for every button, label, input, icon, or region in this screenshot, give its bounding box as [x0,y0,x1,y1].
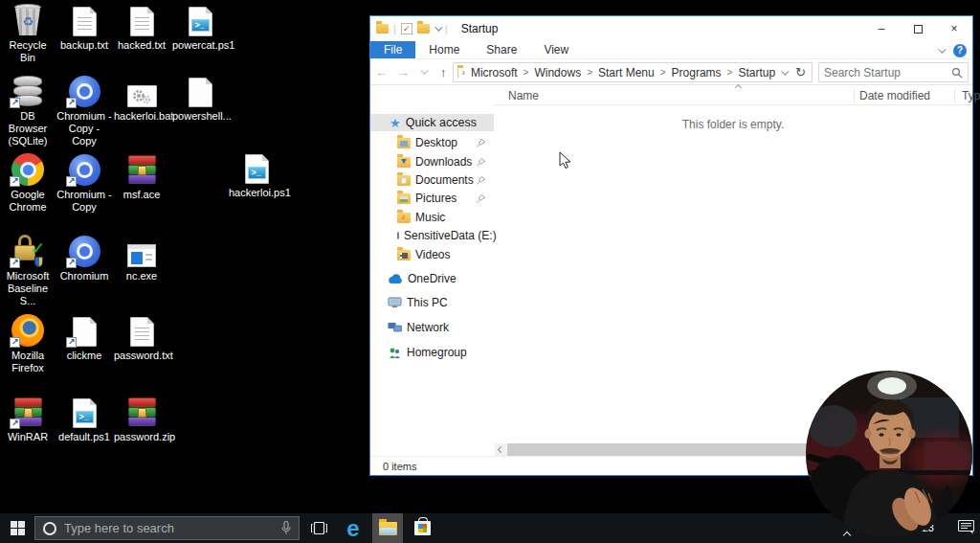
documents-folder-icon [397,175,411,186]
explorer-search[interactable] [818,62,969,82]
empty-folder-message: This folder is empty. [494,118,972,131]
breadcrumb-startup[interactable]: Startup [736,66,777,79]
tab-view[interactable]: View [530,41,582,58]
column-date-modified[interactable]: Date modified [859,89,930,102]
sidebar-item-onedrive[interactable]: OneDrive [370,270,494,287]
breadcrumb-start-menu[interactable]: Start Menu [596,66,657,79]
new-folder-icon[interactable] [417,24,430,34]
desktop-icon-powercat-ps1[interactable]: >_ powercat.ps1 [172,2,228,52]
customize-qat-icon[interactable] [434,23,442,31]
start-button[interactable] [0,513,34,543]
pin-icon[interactable] [477,176,485,185]
desktop-icon-google-chrome[interactable]: ↗ Google Chrome [0,151,56,214]
desktop-icon-msf-ace[interactable]: msf.ace [114,151,169,201]
task-view-icon [311,522,327,534]
properties-icon[interactable]: ✓ [401,23,412,34]
mouse-cursor [559,151,572,170]
refresh-icon[interactable]: ↻ [795,65,806,79]
videos-folder-icon [397,250,411,260]
document-icon: ↗ [56,312,112,347]
onedrive-cloud-icon [388,274,403,284]
sidebar-item-network[interactable]: Network [370,319,494,336]
desktop-icon-password-txt[interactable]: password.txt [114,312,169,362]
title-bar[interactable]: | ✓ | Startup – × [370,16,972,41]
sidebar-item-quick-access[interactable]: ★ Quick access [370,114,494,131]
desktop-icon-chromium-copy[interactable]: ↗ Chromium - Copy [56,151,112,214]
firefox-logo: ↗ [0,312,56,347]
pin-icon[interactable] [477,139,485,147]
desktop-icon-ms-baseline[interactable]: ✓↗ Microsoft Baseline S... [0,233,56,307]
application-icon [114,233,169,267]
navigation-pane: ★ Quick access Desktop Downloads Documen… [370,85,494,456]
address-bar[interactable]: › Microsoft > Windows > Start Menu > Pro… [453,62,813,82]
desktop-icon-chromium[interactable]: ↗ Chromium [56,233,112,283]
downloads-folder-icon [397,157,411,168]
help-icon[interactable]: ? [953,44,967,57]
breadcrumb-programs[interactable]: Programs [670,66,724,79]
text-file-icon [56,2,112,36]
desktop-icon-chromium-copy-copy[interactable]: ↗ Chromium - Copy - Copy [56,73,112,147]
desktop-icon-default-ps1[interactable]: >_ default.ps1 [56,394,112,443]
sort-ascending-icon [735,84,742,91]
chrome-logo: ↗ [0,151,56,186]
recent-locations-icon[interactable] [420,66,428,74]
tab-share[interactable]: Share [473,41,530,58]
maximize-button[interactable] [900,16,936,41]
sidebar-item-desktop[interactable]: Desktop [370,134,494,151]
desktop-icon-powershell[interactable]: powershell... [172,73,228,123]
sidebar-item-sensitivedata[interactable]: SensitiveData (E:) [370,227,494,244]
forward-button[interactable]: → [392,65,414,79]
breadcrumb-windows[interactable]: Windows [532,66,583,79]
sidebar-item-downloads[interactable]: Downloads [370,153,494,170]
explorer-app-icon [376,24,389,34]
taskbar-search[interactable] [34,516,300,540]
shortcut-arrow-icon: ↗ [66,337,77,348]
desktop-icon-password-zip[interactable]: password.zip [114,394,169,443]
navigation-bar: ← → ↑ › Microsoft > Windows > Start Menu… [370,59,972,85]
sidebar-item-this-pc[interactable]: This PC [370,294,494,311]
explorer-search-input[interactable] [824,66,939,79]
desktop-icon-hackerloi-bat[interactable]: hackerloi.bat [114,73,169,123]
tab-home[interactable]: Home [415,41,473,58]
scroll-left-icon[interactable] [495,443,507,456]
task-view-button[interactable] [303,513,334,543]
item-count: 0 items [383,461,416,472]
desktop-icon-backup-txt[interactable]: backup.txt [56,2,112,52]
desktop-icon-winrar[interactable]: ↗ WinRAR [0,394,56,443]
taskbar-search-input[interactable] [64,521,246,535]
microphone-icon[interactable] [281,521,291,535]
edge-taskbar-button[interactable]: e [338,513,368,543]
sidebar-item-homegroup[interactable]: Homegroup [370,344,494,361]
column-name[interactable]: Name [508,89,539,102]
shortcut-arrow-icon: ↗ [10,176,20,187]
sidebar-item-documents[interactable]: Documents [370,171,494,189]
column-type[interactable]: Type [962,89,980,102]
cortana-icon [43,522,56,535]
desktop-icon-db-browser[interactable]: ↗ DB Browser (SQLite) [0,73,56,147]
desktop-icon-hacked-txt[interactable]: hacked.txt [114,2,169,52]
sidebar-item-pictures[interactable]: Pictures [370,190,494,207]
pin-icon[interactable] [477,194,485,203]
up-button[interactable]: ↑ [435,65,452,79]
back-button[interactable]: ← [370,65,392,79]
pin-icon[interactable] [477,158,485,167]
desktop-icon-hackerloi-ps1[interactable]: >_ hackerloi.ps1 [229,149,284,199]
batch-file-icon [114,73,169,107]
minimize-button[interactable]: – [863,16,900,41]
breadcrumb-microsoft[interactable]: Microsoft [469,66,520,79]
database-icon: ↗ [0,73,56,107]
chromium-logo: ↗ [56,151,112,186]
expand-ribbon-icon[interactable] [938,45,946,53]
desktop-icon-firefox[interactable]: ↗ Mozilla Firefox [0,312,56,374]
file-explorer-taskbar-button[interactable] [372,513,403,543]
desktop-icon-recycle-bin[interactable]: ♻ Recycle Bin [0,2,56,64]
sidebar-item-music[interactable]: Music [370,209,494,226]
desktop-icon-nc-exe[interactable]: nc.exe [114,233,169,283]
address-dropdown-icon[interactable] [781,67,789,75]
store-taskbar-button[interactable] [407,513,437,543]
desktop-icon-clickme[interactable]: ↗ clickme [56,312,112,362]
tab-file[interactable]: File [370,41,415,58]
close-button[interactable]: × [936,16,972,41]
ribbon-tabs: File Home Share View [370,41,972,59]
sidebar-item-videos[interactable]: Videos [370,246,494,263]
